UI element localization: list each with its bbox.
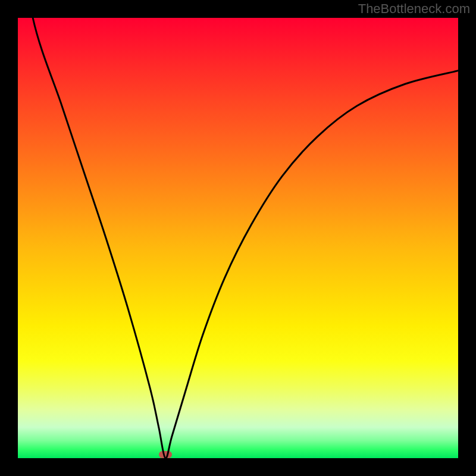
curve-path [18,18,458,458]
plot-area [18,18,458,458]
bottleneck-curve [18,18,458,458]
attribution-text: TheBottleneck.com [358,1,470,17]
